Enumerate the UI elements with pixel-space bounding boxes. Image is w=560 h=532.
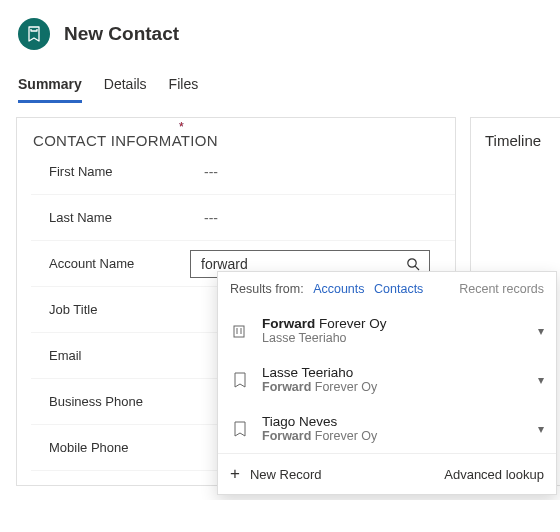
- new-record-button[interactable]: + New Record: [230, 464, 321, 484]
- first-name-label: First Name: [31, 164, 186, 179]
- account-name-label: Account Name: [31, 256, 186, 271]
- result-line2-bold: Forward: [262, 429, 311, 443]
- timeline-title: Timeline: [485, 132, 546, 149]
- business-phone-label: Business Phone: [31, 394, 186, 409]
- required-indicator-icon: *: [179, 120, 184, 134]
- chevron-down-icon[interactable]: ▾: [538, 373, 544, 387]
- email-label: Email: [31, 348, 186, 363]
- tab-details[interactable]: Details: [104, 70, 147, 103]
- account-name-input[interactable]: [201, 256, 405, 272]
- contact-icon: [230, 372, 250, 388]
- last-name-value[interactable]: ---: [186, 210, 455, 226]
- lookup-result-row[interactable]: Forward Forever Oy Lasse Teeriaho ▾: [218, 306, 556, 355]
- plus-icon: +: [230, 464, 240, 484]
- result-line1-bold: Forward: [262, 316, 315, 331]
- lookup-result-row[interactable]: Lasse Teeriaho Forward Forever Oy ▾: [218, 355, 556, 404]
- lookup-flyout: Results from: Accounts Contacts Recent r…: [217, 271, 557, 495]
- chevron-down-icon[interactable]: ▾: [538, 324, 544, 338]
- result-line1-rest: Forever Oy: [315, 316, 386, 331]
- card-title: CONTACT INFORMATION: [31, 132, 455, 149]
- result-line2: Lasse Teeriaho: [262, 331, 526, 345]
- field-last-name[interactable]: Last Name * ---: [31, 195, 455, 241]
- results-from-accounts[interactable]: Accounts: [313, 282, 364, 296]
- tab-files[interactable]: Files: [169, 70, 199, 103]
- results-from-contacts[interactable]: Contacts: [374, 282, 423, 296]
- results-from-label: Results from:: [230, 282, 304, 296]
- mobile-phone-label: Mobile Phone: [31, 440, 186, 455]
- recent-records-label: Recent records: [459, 282, 544, 296]
- last-name-label: Last Name: [31, 210, 186, 225]
- lookup-result-row[interactable]: Tiago Neves Forward Forever Oy ▾: [218, 404, 556, 453]
- result-line2-rest: Forever Oy: [311, 429, 377, 443]
- svg-rect-2: [234, 326, 244, 337]
- contact-entity-icon: [18, 18, 50, 50]
- field-first-name[interactable]: First Name * ---: [31, 149, 455, 195]
- svg-point-0: [408, 258, 416, 266]
- first-name-value[interactable]: ---: [186, 164, 455, 180]
- result-line1: Lasse Teeriaho: [262, 365, 526, 380]
- result-line1: Tiago Neves: [262, 414, 526, 429]
- search-icon[interactable]: [405, 256, 421, 272]
- contact-info-card: CONTACT INFORMATION First Name * --- Las…: [16, 117, 456, 486]
- advanced-lookup-link[interactable]: Advanced lookup: [444, 467, 544, 482]
- chevron-down-icon[interactable]: ▾: [538, 422, 544, 436]
- new-record-label: New Record: [250, 467, 322, 482]
- tab-summary[interactable]: Summary: [18, 70, 82, 103]
- account-icon: [230, 323, 250, 339]
- result-line2-bold: Forward: [262, 380, 311, 394]
- tabs: Summary Details Files: [0, 70, 560, 103]
- svg-line-1: [415, 266, 419, 270]
- page-title: New Contact: [64, 23, 179, 45]
- job-title-label: Job Title: [31, 302, 186, 317]
- contact-icon: [230, 421, 250, 437]
- result-line2-rest: Forever Oy: [311, 380, 377, 394]
